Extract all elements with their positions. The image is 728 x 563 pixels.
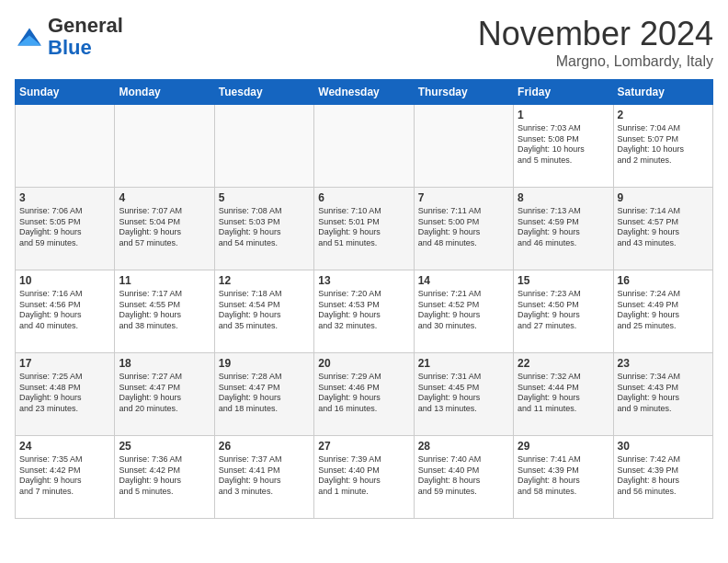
day-number: 23 [618, 357, 709, 370]
day-info: Sunrise: 7:24 AM Sunset: 4:49 PM Dayligh… [618, 289, 709, 332]
calendar-cell: 15Sunrise: 7:23 AM Sunset: 4:50 PM Dayli… [514, 270, 613, 353]
calendar-header-friday: Friday [514, 80, 613, 105]
day-number: 30 [618, 440, 709, 453]
calendar-cell: 21Sunrise: 7:31 AM Sunset: 4:45 PM Dayli… [414, 353, 513, 436]
calendar-cell [214, 105, 313, 188]
calendar-cell: 16Sunrise: 7:24 AM Sunset: 4:49 PM Dayli… [613, 270, 712, 353]
calendar-cell: 10Sunrise: 7:16 AM Sunset: 4:56 PM Dayli… [16, 270, 115, 353]
day-info: Sunrise: 7:20 AM Sunset: 4:53 PM Dayligh… [318, 289, 409, 332]
calendar-cell: 23Sunrise: 7:34 AM Sunset: 4:43 PM Dayli… [613, 353, 712, 436]
day-info: Sunrise: 7:03 AM Sunset: 5:08 PM Dayligh… [518, 123, 609, 167]
title-block: November 2024 Margno, Lombardy, Italy [478, 15, 713, 70]
calendar-table: SundayMondayTuesdayWednesdayThursdayFrid… [15, 79, 713, 519]
day-number: 6 [318, 191, 409, 204]
day-info: Sunrise: 7:37 AM Sunset: 4:41 PM Dayligh… [219, 454, 310, 498]
calendar-cell: 1Sunrise: 7:03 AM Sunset: 5:08 PM Daylig… [514, 105, 613, 188]
calendar-cell: 17Sunrise: 7:25 AM Sunset: 4:48 PM Dayli… [16, 353, 115, 436]
calendar-cell: 27Sunrise: 7:39 AM Sunset: 4:40 PM Dayli… [314, 436, 414, 519]
calendar-cell [414, 105, 513, 188]
day-info: Sunrise: 7:06 AM Sunset: 5:05 PM Dayligh… [19, 206, 110, 249]
logo-icon [15, 22, 44, 52]
calendar-cell [115, 105, 214, 188]
day-number: 25 [119, 440, 210, 453]
day-number: 5 [219, 191, 310, 204]
day-number: 28 [418, 440, 509, 453]
day-number: 8 [518, 191, 609, 204]
calendar-header-monday: Monday [115, 80, 214, 105]
day-info: Sunrise: 7:13 AM Sunset: 4:59 PM Dayligh… [518, 206, 609, 249]
day-number: 24 [19, 440, 110, 453]
calendar-cell: 29Sunrise: 7:41 AM Sunset: 4:39 PM Dayli… [514, 436, 613, 519]
calendar-cell: 5Sunrise: 7:08 AM Sunset: 5:03 PM Daylig… [214, 188, 313, 270]
day-info: Sunrise: 7:14 AM Sunset: 4:57 PM Dayligh… [618, 206, 709, 249]
calendar-week-row: 24Sunrise: 7:35 AM Sunset: 4:42 PM Dayli… [16, 436, 713, 519]
day-info: Sunrise: 7:41 AM Sunset: 4:39 PM Dayligh… [518, 454, 609, 498]
calendar-cell: 2Sunrise: 7:04 AM Sunset: 5:07 PM Daylig… [613, 105, 712, 188]
calendar-cell: 25Sunrise: 7:36 AM Sunset: 4:42 PM Dayli… [115, 436, 214, 519]
calendar-cell: 24Sunrise: 7:35 AM Sunset: 4:42 PM Dayli… [16, 436, 115, 519]
calendar-cell: 18Sunrise: 7:27 AM Sunset: 4:47 PM Dayli… [115, 353, 214, 436]
day-number: 3 [19, 191, 110, 204]
day-number: 2 [618, 109, 709, 121]
day-info: Sunrise: 7:18 AM Sunset: 4:54 PM Dayligh… [219, 289, 310, 332]
day-info: Sunrise: 7:16 AM Sunset: 4:56 PM Dayligh… [19, 289, 110, 332]
calendar-cell [16, 105, 115, 188]
calendar-cell: 9Sunrise: 7:14 AM Sunset: 4:57 PM Daylig… [613, 188, 712, 270]
day-number: 7 [418, 191, 509, 204]
day-info: Sunrise: 7:39 AM Sunset: 4:40 PM Dayligh… [318, 454, 409, 498]
calendar-cell: 19Sunrise: 7:28 AM Sunset: 4:47 PM Dayli… [214, 353, 313, 436]
day-info: Sunrise: 7:10 AM Sunset: 5:01 PM Dayligh… [318, 206, 409, 249]
day-number: 11 [119, 274, 210, 287]
day-info: Sunrise: 7:23 AM Sunset: 4:50 PM Dayligh… [518, 289, 609, 332]
day-info: Sunrise: 7:36 AM Sunset: 4:42 PM Dayligh… [119, 454, 210, 498]
day-info: Sunrise: 7:29 AM Sunset: 4:46 PM Dayligh… [318, 372, 409, 415]
day-info: Sunrise: 7:17 AM Sunset: 4:55 PM Dayligh… [119, 289, 210, 332]
calendar-cell: 8Sunrise: 7:13 AM Sunset: 4:59 PM Daylig… [514, 188, 613, 270]
day-info: Sunrise: 7:32 AM Sunset: 4:44 PM Dayligh… [518, 372, 609, 415]
calendar-cell: 14Sunrise: 7:21 AM Sunset: 4:52 PM Dayli… [414, 270, 513, 353]
calendar-cell: 30Sunrise: 7:42 AM Sunset: 4:39 PM Dayli… [613, 436, 712, 519]
calendar-week-row: 1Sunrise: 7:03 AM Sunset: 5:08 PM Daylig… [16, 105, 713, 188]
calendar-header-row: SundayMondayTuesdayWednesdayThursdayFrid… [16, 80, 713, 105]
day-info: Sunrise: 7:34 AM Sunset: 4:43 PM Dayligh… [618, 372, 709, 415]
logo-blue-text: Blue [48, 36, 92, 59]
day-info: Sunrise: 7:08 AM Sunset: 5:03 PM Dayligh… [219, 206, 310, 249]
calendar-week-row: 3Sunrise: 7:06 AM Sunset: 5:05 PM Daylig… [16, 188, 713, 270]
calendar-cell: 26Sunrise: 7:37 AM Sunset: 4:41 PM Dayli… [214, 436, 313, 519]
calendar-week-row: 10Sunrise: 7:16 AM Sunset: 4:56 PM Dayli… [16, 270, 713, 353]
calendar-cell: 11Sunrise: 7:17 AM Sunset: 4:55 PM Dayli… [115, 270, 214, 353]
day-info: Sunrise: 7:31 AM Sunset: 4:45 PM Dayligh… [418, 372, 509, 415]
day-number: 13 [318, 274, 409, 287]
logo-general-text: General [48, 14, 123, 37]
calendar-week-row: 17Sunrise: 7:25 AM Sunset: 4:48 PM Dayli… [16, 353, 713, 436]
calendar-cell [314, 105, 414, 188]
calendar-cell: 4Sunrise: 7:07 AM Sunset: 5:04 PM Daylig… [115, 188, 214, 270]
calendar-cell: 7Sunrise: 7:11 AM Sunset: 5:00 PM Daylig… [414, 188, 513, 270]
calendar-cell: 13Sunrise: 7:20 AM Sunset: 4:53 PM Dayli… [314, 270, 414, 353]
day-info: Sunrise: 7:07 AM Sunset: 5:04 PM Dayligh… [119, 206, 210, 249]
calendar-cell: 3Sunrise: 7:06 AM Sunset: 5:05 PM Daylig… [16, 188, 115, 270]
day-number: 1 [518, 109, 609, 121]
day-info: Sunrise: 7:42 AM Sunset: 4:39 PM Dayligh… [618, 454, 709, 498]
day-number: 9 [618, 191, 709, 204]
calendar-cell: 6Sunrise: 7:10 AM Sunset: 5:01 PM Daylig… [314, 188, 414, 270]
day-number: 17 [19, 357, 110, 370]
day-number: 12 [219, 274, 310, 287]
day-number: 20 [318, 357, 409, 370]
calendar-cell: 28Sunrise: 7:40 AM Sunset: 4:40 PM Dayli… [414, 436, 513, 519]
calendar-header-wednesday: Wednesday [314, 80, 414, 105]
day-number: 10 [19, 274, 110, 287]
day-number: 4 [119, 191, 210, 204]
calendar-header-saturday: Saturday [613, 80, 712, 105]
day-info: Sunrise: 7:25 AM Sunset: 4:48 PM Dayligh… [19, 372, 110, 415]
calendar-header-thursday: Thursday [414, 80, 513, 105]
day-info: Sunrise: 7:40 AM Sunset: 4:40 PM Dayligh… [418, 454, 509, 498]
day-number: 21 [418, 357, 509, 370]
day-number: 16 [618, 274, 709, 287]
day-info: Sunrise: 7:35 AM Sunset: 4:42 PM Dayligh… [19, 454, 110, 498]
day-number: 19 [219, 357, 310, 370]
month-title: November 2024 [478, 15, 713, 53]
logo: General Blue [15, 15, 123, 59]
day-number: 15 [518, 274, 609, 287]
calendar-cell: 22Sunrise: 7:32 AM Sunset: 4:44 PM Dayli… [514, 353, 613, 436]
